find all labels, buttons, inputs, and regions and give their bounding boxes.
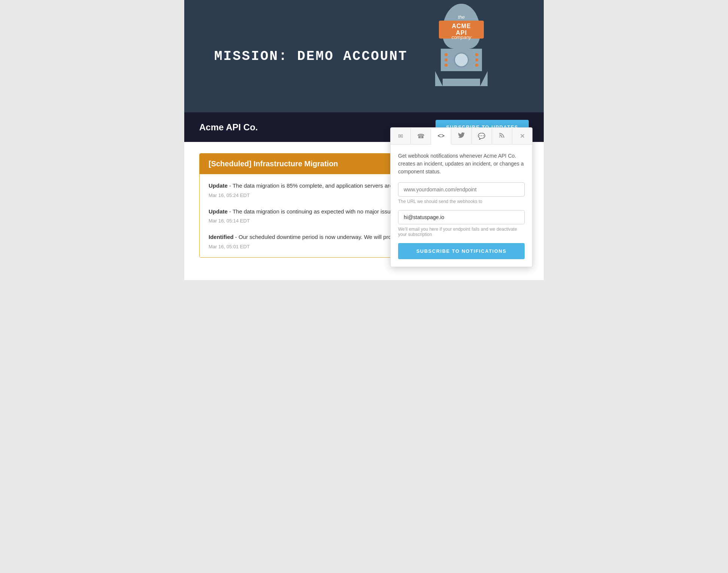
phone-tab[interactable]: ☎	[411, 128, 431, 144]
webhook-email-hint: We'll email you here if your endpoint fa…	[398, 227, 525, 237]
update-type-2: Update	[209, 208, 228, 215]
rocket-fin-right	[480, 71, 488, 86]
rocket-company-label: company	[452, 34, 471, 40]
rss-tab[interactable]	[492, 128, 512, 144]
rocket-illustration: the ACME API company	[424, 4, 499, 109]
webhook-url-input[interactable]	[398, 182, 525, 197]
chat-tab[interactable]: 💬	[472, 128, 492, 144]
update-time-1: Mar 16, 05:24 EDT	[209, 192, 250, 198]
rocket-the-label: the	[458, 14, 465, 20]
popup-tabs: ✉ ☎ <> 💬 ✕	[391, 128, 532, 145]
subscribe-to-notifications-button[interactable]: SUBSCRIBE TO NOTIFICATIONS	[398, 243, 525, 259]
hero-title: MISSION: DEMO ACCOUNT	[214, 49, 408, 64]
email-tab[interactable]: ✉	[391, 128, 411, 144]
rocket-dot	[475, 58, 478, 61]
rocket-window	[454, 52, 469, 67]
rocket-dot	[475, 53, 478, 56]
rocket-dot	[445, 58, 448, 61]
rocket-base	[443, 79, 480, 86]
rocket-right-dots	[475, 53, 478, 67]
update-content-2: - The data migration is continuing as ex…	[229, 208, 398, 215]
popup-description: Get webhook notifications whenever Acme …	[398, 152, 525, 176]
update-time-2: Mar 16, 05:14 EDT	[209, 218, 250, 224]
update-type-1: Update	[209, 182, 228, 189]
rocket-fin-left	[435, 71, 443, 86]
rocket-dot	[475, 64, 478, 67]
rocket-dot	[445, 64, 448, 67]
hero-banner: MISSION: DEMO ACCOUNT the ACME API compa…	[184, 0, 544, 112]
page-wrapper: MISSION: DEMO ACCOUNT the ACME API compa…	[184, 0, 544, 280]
close-popup-tab[interactable]: ✕	[512, 128, 532, 144]
site-name: Acme API Co.	[199, 122, 258, 133]
subscription-popup: ✉ ☎ <> 💬 ✕ Get webhook notifications whe…	[390, 127, 533, 267]
rocket-dot	[445, 53, 448, 56]
webhook-url-hint: The URL we should send the webhooks to	[398, 199, 525, 204]
update-time-3: Mar 16, 05:01 EDT	[209, 244, 250, 249]
webhook-email-input[interactable]	[398, 210, 525, 224]
popup-body: Get webhook notifications whenever Acme …	[391, 145, 532, 267]
twitter-tab[interactable]	[451, 128, 471, 144]
rocket-fins	[435, 71, 488, 86]
webhook-tab[interactable]: <>	[431, 128, 451, 145]
rocket-head: the ACME API company	[443, 4, 480, 49]
rocket-middle	[441, 49, 482, 71]
update-type-3: Identified	[209, 234, 234, 240]
rocket-left-dots	[445, 53, 448, 67]
